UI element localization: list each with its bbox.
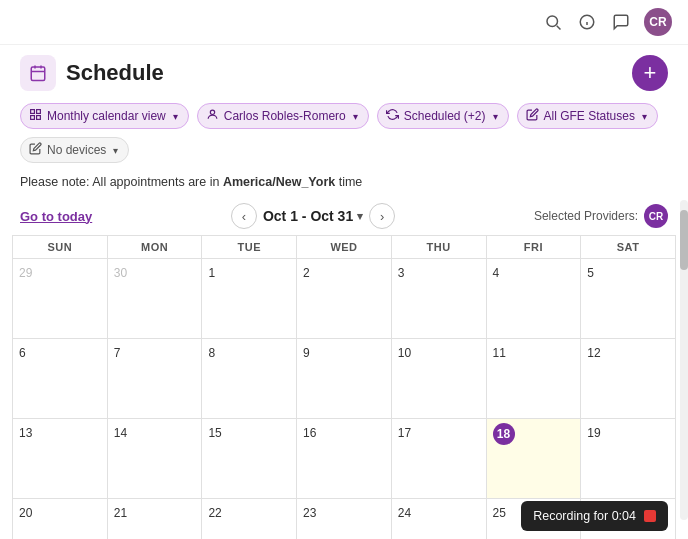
- calendar-day-cell[interactable]: 1: [202, 259, 297, 339]
- svg-rect-9: [31, 110, 35, 114]
- day-number: 29: [19, 266, 32, 280]
- date-range-chevron: ▾: [357, 210, 363, 223]
- day-number: 2: [303, 266, 310, 280]
- info-icon[interactable]: [576, 11, 598, 33]
- header-thu: Thu: [391, 236, 486, 259]
- scrollbar-track[interactable]: [680, 200, 688, 520]
- calendar-day-cell[interactable]: 15: [202, 419, 297, 499]
- day-number: 8: [208, 346, 215, 360]
- title-wrap: Schedule: [20, 55, 164, 91]
- calendar-day-cell[interactable]: 11: [486, 339, 581, 419]
- header-fri: Fri: [486, 236, 581, 259]
- filter-bar: Monthly calendar view ▾ Carlos Robles-Ro…: [0, 97, 688, 171]
- calendar-day-cell[interactable]: 6: [13, 339, 108, 419]
- calendar-day-cell[interactable]: 3: [391, 259, 486, 339]
- calendar-wrapper: Sun Mon Tue Wed Thu Fri Sat 293012345678…: [0, 235, 688, 539]
- day-number: 3: [398, 266, 405, 280]
- recording-dot: [644, 510, 656, 522]
- date-range[interactable]: Oct 1 - Oct 31 ▾: [263, 208, 363, 224]
- calendar-day-cell[interactable]: 29: [13, 259, 108, 339]
- header-wed: Wed: [297, 236, 392, 259]
- day-number: 11: [493, 346, 506, 360]
- svg-point-0: [547, 16, 558, 27]
- add-button[interactable]: +: [632, 55, 668, 91]
- filter-view[interactable]: Monthly calendar view ▾: [20, 103, 189, 129]
- calendar-day-cell[interactable]: 19: [581, 419, 676, 499]
- filter-gfe[interactable]: All GFE Statuses ▾: [517, 103, 658, 129]
- calendar-nav: Go to today ‹ Oct 1 - Oct 31 ▾ › Selecte…: [0, 197, 688, 235]
- note-bar: Please note: All appointments are in Ame…: [0, 171, 688, 197]
- svg-rect-5: [31, 67, 45, 81]
- filter-status-label: Scheduled (+2): [404, 109, 486, 123]
- calendar-week-row: 293012345: [13, 259, 676, 339]
- svg-line-1: [557, 26, 561, 30]
- prev-month-button[interactable]: ‹: [231, 203, 257, 229]
- filter-gfe-chevron: ▾: [642, 111, 647, 122]
- calendar-day-cell[interactable]: 30: [107, 259, 202, 339]
- calendar-day-cell[interactable]: 8: [202, 339, 297, 419]
- calendar-day-cell[interactable]: 22: [202, 499, 297, 540]
- filter-devices[interactable]: No devices ▾: [20, 137, 129, 163]
- calendar-day-cell[interactable]: 9: [297, 339, 392, 419]
- filter-provider-chevron: ▾: [353, 111, 358, 122]
- header-tue: Tue: [202, 236, 297, 259]
- next-month-button[interactable]: ›: [369, 203, 395, 229]
- calendar-day-cell[interactable]: 23: [297, 499, 392, 540]
- calendar-day-cell[interactable]: 2: [297, 259, 392, 339]
- day-number: 21: [114, 506, 127, 520]
- filter-status-chevron: ▾: [493, 111, 498, 122]
- calendar-day-cell[interactable]: 21: [107, 499, 202, 540]
- calendar-day-cell[interactable]: 10: [391, 339, 486, 419]
- day-number: 6: [19, 346, 26, 360]
- day-number: 4: [493, 266, 500, 280]
- avatar[interactable]: CR: [644, 8, 672, 36]
- provider-icon: [206, 108, 219, 124]
- chat-icon[interactable]: [610, 11, 632, 33]
- note-bold: America/New_York: [223, 175, 335, 189]
- day-number: 19: [587, 426, 600, 440]
- filter-provider[interactable]: Carlos Robles-Romero ▾: [197, 103, 369, 129]
- day-number: 20: [19, 506, 32, 520]
- day-number: 5: [587, 266, 594, 280]
- header-sat: Sat: [581, 236, 676, 259]
- date-range-text: Oct 1 - Oct 31: [263, 208, 353, 224]
- day-number: 10: [398, 346, 411, 360]
- svg-point-13: [210, 110, 214, 114]
- selected-providers-label: Selected Providers:: [534, 209, 638, 223]
- recording-label: Recording for 0:04: [533, 509, 636, 523]
- calendar-day-cell[interactable]: 14: [107, 419, 202, 499]
- svg-rect-11: [31, 116, 35, 120]
- calendar-week-row: 6789101112: [13, 339, 676, 419]
- scrollbar-thumb[interactable]: [680, 210, 688, 270]
- calendar-body: 2930123456789101112131415161718192021222…: [13, 259, 676, 540]
- calendar-week-row: 13141516171819: [13, 419, 676, 499]
- calendar-day-cell[interactable]: 18: [486, 419, 581, 499]
- calendar-day-cell[interactable]: 24: [391, 499, 486, 540]
- page-header: Schedule +: [0, 45, 688, 97]
- filter-status[interactable]: Scheduled (+2) ▾: [377, 103, 509, 129]
- go-today-button[interactable]: Go to today: [20, 209, 92, 224]
- calendar-day-cell[interactable]: 16: [297, 419, 392, 499]
- day-number: 9: [303, 346, 310, 360]
- calendar-grid: Sun Mon Tue Wed Thu Fri Sat 293012345678…: [12, 235, 676, 539]
- calendar-day-cell[interactable]: 12: [581, 339, 676, 419]
- calendar-day-cell[interactable]: 13: [13, 419, 108, 499]
- note-suffix: time: [335, 175, 362, 189]
- filter-view-label: Monthly calendar view: [47, 109, 166, 123]
- day-number: 1: [208, 266, 215, 280]
- day-number: 30: [114, 266, 127, 280]
- calendar-day-cell[interactable]: 20: [13, 499, 108, 540]
- day-number: 25: [493, 506, 506, 520]
- calendar-day-cell[interactable]: 17: [391, 419, 486, 499]
- filter-devices-label: No devices: [47, 143, 106, 157]
- header-mon: Mon: [107, 236, 202, 259]
- svg-rect-10: [37, 110, 41, 114]
- calendar-day-cell[interactable]: 4: [486, 259, 581, 339]
- day-number: 24: [398, 506, 411, 520]
- calendar-day-cell[interactable]: 7: [107, 339, 202, 419]
- top-bar: CR: [0, 0, 688, 45]
- header-sun: Sun: [13, 236, 108, 259]
- search-icon[interactable]: [542, 11, 564, 33]
- filter-view-chevron: ▾: [173, 111, 178, 122]
- calendar-day-cell[interactable]: 5: [581, 259, 676, 339]
